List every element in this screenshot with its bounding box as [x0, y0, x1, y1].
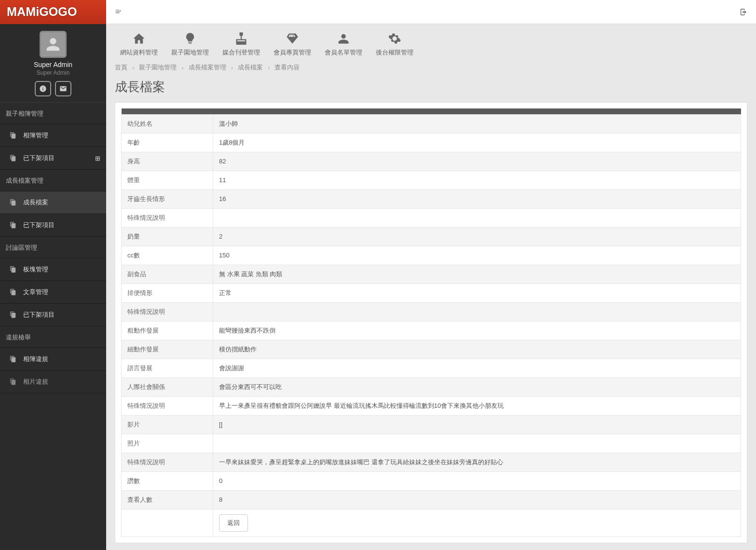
sidebar-item-forum-off[interactable]: 已下架項目	[0, 304, 106, 326]
logo[interactable]: MAMiGOGO	[0, 0, 106, 24]
breadcrumb-current: 查看內容	[275, 63, 300, 72]
copy-icon	[10, 132, 16, 139]
row-label: 特殊情況說明	[122, 453, 213, 471]
breadcrumb-link[interactable]: 首頁	[115, 63, 127, 72]
sidebar-item-label: 相片違規	[23, 377, 48, 386]
sidebar-item-label: 已下架項目	[23, 154, 55, 162]
shortcut-admin-perm[interactable]: 後台權限管理	[371, 29, 419, 59]
profile-name: Super Admin	[0, 61, 106, 68]
row-label: 副食品	[122, 265, 213, 283]
svg-rect-2	[237, 42, 239, 44]
sidebar-item-article-mgmt[interactable]: 文章管理	[0, 281, 106, 304]
breadcrumb-link[interactable]: 成長檔案管理	[189, 63, 226, 72]
nav-section-growth: 成長檔案管理	[0, 170, 106, 191]
table-row: 粗動作發展能彎腰撿東西不跌倒	[122, 321, 741, 340]
table-row: 細動作發展模仿摺紙動作	[122, 340, 741, 359]
table-row: 體重11	[122, 171, 741, 189]
table-row: 查看人數8	[122, 490, 741, 509]
sidebar-item-label: 已下架項目	[23, 221, 55, 229]
table-row: 牙齒生長情形16	[122, 189, 741, 208]
sidebar-item-photo-violation[interactable]: 相片違規	[0, 371, 106, 393]
table-row: 幼兒姓名溫小帥	[122, 114, 741, 133]
row-value: 150	[213, 246, 741, 265]
copy-icon	[10, 199, 16, 206]
logout-icon[interactable]	[740, 8, 747, 16]
sidebar-item-label: 已下架項目	[23, 310, 55, 319]
row-value: 2	[213, 227, 741, 246]
breadcrumb-link[interactable]: 親子園地管理	[139, 63, 177, 72]
topbar	[106, 0, 756, 24]
expand-icon: ⊞	[95, 155, 100, 162]
row-value: 早上一來彥呈很有禮貌會跟阿公阿嬤說早 最近輪流玩搖木馬比較懂得輪流數到10會下來…	[213, 396, 741, 415]
breadcrumb-link[interactable]: 成長檔案	[238, 63, 263, 72]
row-value: 11	[213, 171, 741, 189]
sidebar-item-growth-file[interactable]: 成長檔案	[0, 191, 106, 214]
row-label: 身高	[122, 152, 213, 171]
back-button[interactable]: 返回	[219, 514, 248, 532]
row-label: 奶量	[122, 227, 213, 246]
shortcut-label: 媒合刊登管理	[218, 49, 264, 56]
row-value: []	[213, 415, 741, 434]
gears-icon	[388, 32, 401, 45]
row-label: 粗動作發展	[122, 321, 213, 340]
row-value: 16	[213, 189, 741, 208]
sidebar-item-label: 相簿管理	[23, 131, 48, 140]
sidebar-item-label: 成長檔案	[23, 198, 48, 207]
shortcut-label: 會員名單管理	[320, 49, 367, 56]
shortcuts-row: 網站資料管理 親子園地管理 媒合刊登管理 會員專頁管理 會員名單管理	[115, 29, 747, 59]
copy-icon	[10, 356, 16, 362]
row-label: 影片	[122, 415, 213, 434]
bulb-icon	[183, 32, 197, 45]
svg-text:MAMiGOGO: MAMiGOGO	[7, 5, 77, 18]
row-value	[213, 434, 741, 453]
row-label: 牙齒生長情形	[122, 189, 213, 208]
home-icon	[132, 32, 146, 45]
sitemap-icon	[234, 32, 248, 45]
info-button[interactable]	[35, 81, 51, 96]
row-label: cc數	[122, 246, 213, 265]
sidebar-item-growth-off[interactable]: 已下架項目	[0, 214, 106, 237]
row-label: 照片	[122, 434, 213, 453]
table-row: cc數150	[122, 246, 741, 265]
row-label: 細動作發展	[122, 340, 213, 359]
profile-block: Super Admin Super Admin	[0, 24, 106, 103]
svg-rect-1	[240, 33, 243, 35]
row-value: 溫小帥	[213, 114, 741, 133]
sidebar: MAMiGOGO Super Admin Super Admin 親子相簿管理 …	[0, 0, 106, 550]
row-label: 查看人數	[122, 490, 213, 509]
row-value: 返回	[213, 509, 741, 537]
shortcut-site-data[interactable]: 網站資料管理	[115, 29, 163, 59]
shortcut-parent-area[interactable]: 親子園地管理	[166, 29, 214, 59]
svg-rect-4	[244, 42, 246, 44]
row-value: 模仿摺紙動作	[213, 340, 741, 359]
shortcut-label: 後台權限管理	[371, 49, 418, 56]
page-title: 成長檔案	[115, 79, 747, 95]
shortcut-member-list[interactable]: 會員名單管理	[319, 29, 368, 59]
table-row: 影片[]	[122, 415, 741, 434]
row-value: 無 水果 蔬菜 魚類 肉類	[213, 265, 741, 283]
table-row: 特殊情況說明早上一來彥呈很有禮貌會跟阿公阿嬤說早 最近輪流玩搖木馬比較懂得輪流數…	[122, 396, 741, 415]
table-row: 奶量2	[122, 227, 741, 246]
table-row: 返回	[122, 509, 741, 537]
row-value: 能彎腰撿東西不跌倒	[213, 321, 741, 340]
shortcut-label: 網站資料管理	[116, 49, 162, 56]
profile-role: Super Admin	[0, 69, 106, 76]
table-row: 排便情形正常	[122, 283, 741, 302]
row-value: 正常	[213, 283, 741, 302]
row-label: 幼兒姓名	[122, 114, 213, 133]
sidebar-item-label: 文章管理	[23, 288, 48, 296]
table-row: 照片	[122, 434, 741, 453]
row-label: 年齡	[122, 133, 213, 152]
table-row: 年齡1歲8個月	[122, 133, 741, 152]
table-row: 特殊情況說明一早來妹妹愛哭，彥呈趕緊拿桌上的奶嘴放進妹妹嘴巴 還拿了玩具給妹妹之…	[122, 453, 741, 471]
nav-section-forum: 討論區管理	[0, 237, 106, 258]
shortcut-label: 會員專頁管理	[269, 49, 316, 56]
sidebar-item-album-mgmt[interactable]: 相簿管理	[0, 124, 106, 147]
shortcut-member-page[interactable]: 會員專頁管理	[268, 29, 316, 59]
menu-toggle-icon[interactable]	[115, 8, 123, 16]
sidebar-item-album-off[interactable]: 已下架項目 ⊞	[0, 147, 106, 170]
sidebar-item-album-violation[interactable]: 相簿違規	[0, 348, 106, 371]
mail-button[interactable]	[55, 81, 71, 96]
shortcut-media[interactable]: 媒合刊登管理	[217, 29, 265, 59]
sidebar-item-board-mgmt[interactable]: 板塊管理	[0, 258, 106, 281]
